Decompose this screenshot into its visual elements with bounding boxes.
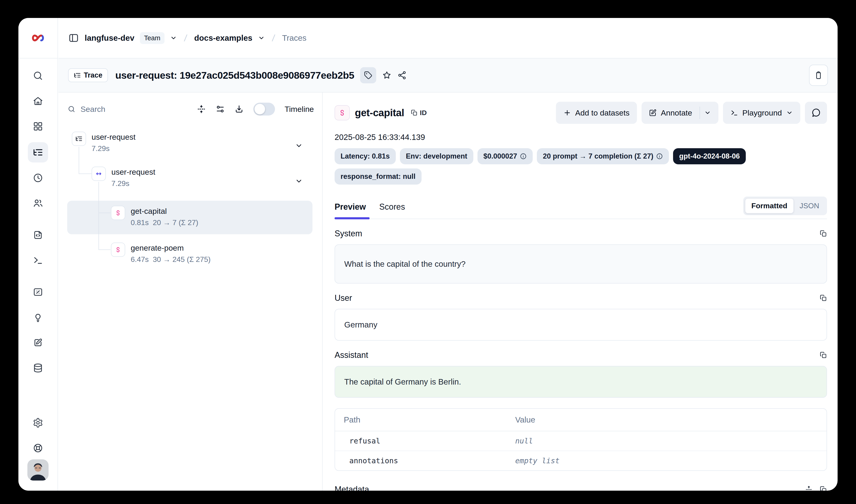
app-header: langfuse-dev Team / docs-examples / Trac… xyxy=(58,18,838,58)
tree-node-span[interactable]: user-request 7.29s xyxy=(111,167,155,188)
trace-type-badge: Trace xyxy=(68,68,108,82)
filter-settings-icon[interactable] xyxy=(216,105,225,114)
chevron-down-icon[interactable] xyxy=(170,35,177,41)
add-to-datasets-button[interactable]: Add to datasets xyxy=(556,102,637,124)
sessions-clock-icon[interactable] xyxy=(33,173,43,183)
evals-lightbulb-icon[interactable] xyxy=(33,312,43,323)
chevron-down-icon[interactable] xyxy=(258,35,265,41)
breadcrumb-separator: / xyxy=(270,33,277,43)
generation-node-icon xyxy=(111,242,125,257)
trace-title: user-request: 19e27ac025d543b008e9086977… xyxy=(115,70,354,81)
button-divider xyxy=(699,107,700,119)
home-icon[interactable] xyxy=(33,96,43,106)
dashboard-icon[interactable] xyxy=(33,121,43,132)
env-badge: Env: development xyxy=(400,148,473,164)
table-row: annotations empty list xyxy=(335,451,826,470)
generation-node-icon xyxy=(111,206,125,220)
format-formatted-option[interactable]: Formatted xyxy=(745,198,793,213)
copy-icon xyxy=(411,109,418,116)
scores-percent-icon[interactable] xyxy=(33,287,43,297)
format-json-option[interactable]: JSON xyxy=(793,199,825,213)
observation-badges: Latency: 0.81s Env: development $0.00002… xyxy=(335,148,827,184)
copy-icon[interactable] xyxy=(820,352,827,359)
annotate-button[interactable]: Annotate xyxy=(642,102,718,124)
info-icon xyxy=(656,153,663,160)
trace-title-bar: Trace user-request: 19e27ac025d543b008e9… xyxy=(58,58,838,92)
tree-search-input[interactable] xyxy=(81,105,187,114)
trash-icon xyxy=(814,71,823,79)
star-icon[interactable] xyxy=(382,71,391,80)
chevron-down-icon xyxy=(786,109,793,116)
annotation-clipboard-pen-icon[interactable] xyxy=(33,337,43,348)
detail-tabs: Preview Scores Formatted JSON xyxy=(335,195,827,219)
settings-gear-icon[interactable] xyxy=(33,417,43,428)
assistant-message-box: The capital of Germany is Berlin. xyxy=(335,366,827,398)
plus-icon xyxy=(563,109,571,117)
section-metadata: Metadata xyxy=(335,485,827,491)
breadcrumb-organization[interactable]: langfuse-dev xyxy=(85,33,135,42)
table-header-path: Path xyxy=(344,415,515,425)
info-icon xyxy=(520,153,527,160)
tab-scores[interactable]: Scores xyxy=(379,202,405,212)
tree-node-generate-poem[interactable]: generate-poem 6.47s 30 → 245 (Σ 275) xyxy=(131,244,211,264)
tree-node-root[interactable]: user-request 7.29s xyxy=(92,132,136,153)
copy-icon[interactable] xyxy=(820,230,827,237)
search-icon xyxy=(68,105,75,113)
unfold-vertical-icon[interactable] xyxy=(805,486,813,491)
span-node-icon xyxy=(92,167,106,181)
model-badge[interactable]: gpt-4o-2024-08-06 xyxy=(673,148,746,164)
section-system: System What is the capital of the countr… xyxy=(335,229,827,284)
user-avatar[interactable] xyxy=(28,460,49,481)
square-pen-icon xyxy=(649,109,657,117)
system-message-box: What is the capital of the country? xyxy=(335,245,827,284)
copy-icon[interactable] xyxy=(820,486,827,491)
org-type-badge: Team xyxy=(140,32,164,44)
latency-badge: Latency: 0.81s xyxy=(335,148,396,164)
trace-tree-panel: Timeline user-request xyxy=(58,92,323,491)
timeline-label: Timeline xyxy=(285,105,314,114)
tracing-nav-icon[interactable] xyxy=(28,142,48,162)
collapse-all-icon[interactable] xyxy=(197,105,206,114)
copy-id-button[interactable]: ID xyxy=(411,109,427,117)
table-row: refusal null xyxy=(335,431,826,451)
sidebar-toggle-icon[interactable] xyxy=(68,33,79,43)
langfuse-logo[interactable] xyxy=(18,18,57,58)
tree-node-get-capital[interactable]: get-capital 0.81s 20 → 7 (Σ 27) xyxy=(131,207,198,227)
observation-detail-panel: get-capital ID Add to datasets Annotate xyxy=(323,92,838,491)
chevron-down-icon[interactable] xyxy=(295,142,303,149)
users-icon[interactable] xyxy=(33,198,43,209)
comments-button[interactable] xyxy=(805,102,827,124)
nav-rail xyxy=(18,18,58,491)
search-icon[interactable] xyxy=(33,70,43,81)
breadcrumb-project[interactable]: docs-examples xyxy=(194,33,252,42)
tree-search[interactable] xyxy=(68,105,187,114)
response-format-badge: response_format: null xyxy=(335,168,422,184)
delete-trace-button[interactable] xyxy=(809,65,828,86)
playground-button[interactable]: Playground xyxy=(723,102,800,124)
datasets-database-icon[interactable] xyxy=(33,363,43,373)
tab-preview[interactable]: Preview xyxy=(335,202,366,212)
tokens-badge[interactable]: 20 prompt → 7 completion (Σ 27) xyxy=(537,148,669,164)
chevron-down-icon[interactable] xyxy=(295,177,303,185)
copy-icon[interactable] xyxy=(820,294,827,302)
section-assistant: Assistant The capital of Germany is Berl… xyxy=(335,350,827,398)
share-icon[interactable] xyxy=(397,71,407,80)
section-user: User Germany xyxy=(335,293,827,341)
breadcrumb-separator: / xyxy=(182,33,190,43)
app-window: langfuse-dev Team / docs-examples / Trac… xyxy=(18,18,838,491)
terminal-icon xyxy=(730,109,738,117)
cost-badge[interactable]: $0.000027 xyxy=(478,148,533,164)
playground-terminal-icon[interactable] xyxy=(33,255,43,266)
trace-tree: user-request 7.29s user-request 7.29s xyxy=(66,132,316,279)
prompts-file-code-icon[interactable] xyxy=(33,230,43,240)
format-toggle: Formatted JSON xyxy=(743,197,827,215)
support-lifebuoy-icon[interactable] xyxy=(33,443,43,453)
timeline-toggle[interactable] xyxy=(253,103,275,115)
download-icon[interactable] xyxy=(234,105,244,114)
chevron-down-icon xyxy=(704,109,711,116)
message-bubble-icon xyxy=(811,108,821,118)
breadcrumb-page[interactable]: Traces xyxy=(282,33,306,42)
tag-icon[interactable] xyxy=(360,67,376,83)
observation-timestamp: 2025-08-25 16:33:44.139 xyxy=(335,132,827,142)
list-tree-icon xyxy=(74,72,81,79)
